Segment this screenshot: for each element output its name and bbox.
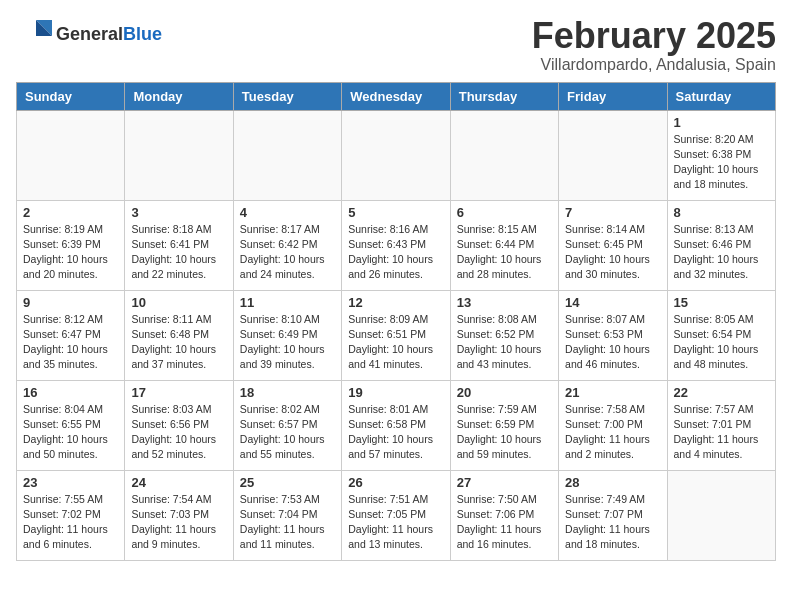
calendar-cell: 19Sunrise: 8:01 AM Sunset: 6:58 PM Dayli… bbox=[342, 380, 450, 470]
calendar-cell: 21Sunrise: 7:58 AM Sunset: 7:00 PM Dayli… bbox=[559, 380, 667, 470]
day-info: Sunrise: 7:55 AM Sunset: 7:02 PM Dayligh… bbox=[23, 492, 118, 553]
day-info: Sunrise: 7:58 AM Sunset: 7:00 PM Dayligh… bbox=[565, 402, 660, 463]
day-number: 15 bbox=[674, 295, 769, 310]
calendar-cell: 24Sunrise: 7:54 AM Sunset: 7:03 PM Dayli… bbox=[125, 470, 233, 560]
day-info: Sunrise: 8:08 AM Sunset: 6:52 PM Dayligh… bbox=[457, 312, 552, 373]
calendar-cell: 9Sunrise: 8:12 AM Sunset: 6:47 PM Daylig… bbox=[17, 290, 125, 380]
calendar-cell bbox=[450, 110, 558, 200]
calendar-cell: 12Sunrise: 8:09 AM Sunset: 6:51 PM Dayli… bbox=[342, 290, 450, 380]
weekday-header-tuesday: Tuesday bbox=[233, 82, 341, 110]
day-number: 19 bbox=[348, 385, 443, 400]
day-number: 25 bbox=[240, 475, 335, 490]
weekday-header-row: SundayMondayTuesdayWednesdayThursdayFrid… bbox=[17, 82, 776, 110]
day-number: 14 bbox=[565, 295, 660, 310]
day-info: Sunrise: 7:53 AM Sunset: 7:04 PM Dayligh… bbox=[240, 492, 335, 553]
day-number: 22 bbox=[674, 385, 769, 400]
day-info: Sunrise: 8:04 AM Sunset: 6:55 PM Dayligh… bbox=[23, 402, 118, 463]
logo: General Blue bbox=[16, 16, 162, 52]
day-info: Sunrise: 8:16 AM Sunset: 6:43 PM Dayligh… bbox=[348, 222, 443, 283]
day-number: 18 bbox=[240, 385, 335, 400]
calendar-week-row: 9Sunrise: 8:12 AM Sunset: 6:47 PM Daylig… bbox=[17, 290, 776, 380]
calendar-week-row: 1Sunrise: 8:20 AM Sunset: 6:38 PM Daylig… bbox=[17, 110, 776, 200]
month-title: February 2025 bbox=[532, 16, 776, 56]
day-info: Sunrise: 7:57 AM Sunset: 7:01 PM Dayligh… bbox=[674, 402, 769, 463]
day-number: 16 bbox=[23, 385, 118, 400]
day-number: 1 bbox=[674, 115, 769, 130]
calendar-cell: 3Sunrise: 8:18 AM Sunset: 6:41 PM Daylig… bbox=[125, 200, 233, 290]
day-info: Sunrise: 8:15 AM Sunset: 6:44 PM Dayligh… bbox=[457, 222, 552, 283]
day-number: 11 bbox=[240, 295, 335, 310]
day-info: Sunrise: 8:03 AM Sunset: 6:56 PM Dayligh… bbox=[131, 402, 226, 463]
weekday-header-friday: Friday bbox=[559, 82, 667, 110]
weekday-header-monday: Monday bbox=[125, 82, 233, 110]
day-info: Sunrise: 8:14 AM Sunset: 6:45 PM Dayligh… bbox=[565, 222, 660, 283]
calendar-cell: 11Sunrise: 8:10 AM Sunset: 6:49 PM Dayli… bbox=[233, 290, 341, 380]
day-number: 13 bbox=[457, 295, 552, 310]
day-number: 27 bbox=[457, 475, 552, 490]
day-info: Sunrise: 8:18 AM Sunset: 6:41 PM Dayligh… bbox=[131, 222, 226, 283]
day-number: 23 bbox=[23, 475, 118, 490]
day-number: 20 bbox=[457, 385, 552, 400]
day-info: Sunrise: 7:59 AM Sunset: 6:59 PM Dayligh… bbox=[457, 402, 552, 463]
day-info: Sunrise: 8:05 AM Sunset: 6:54 PM Dayligh… bbox=[674, 312, 769, 373]
calendar-cell: 8Sunrise: 8:13 AM Sunset: 6:46 PM Daylig… bbox=[667, 200, 775, 290]
calendar-cell: 6Sunrise: 8:15 AM Sunset: 6:44 PM Daylig… bbox=[450, 200, 558, 290]
day-info: Sunrise: 7:51 AM Sunset: 7:05 PM Dayligh… bbox=[348, 492, 443, 553]
weekday-header-thursday: Thursday bbox=[450, 82, 558, 110]
day-number: 4 bbox=[240, 205, 335, 220]
day-info: Sunrise: 8:20 AM Sunset: 6:38 PM Dayligh… bbox=[674, 132, 769, 193]
calendar-cell: 14Sunrise: 8:07 AM Sunset: 6:53 PM Dayli… bbox=[559, 290, 667, 380]
calendar-cell: 25Sunrise: 7:53 AM Sunset: 7:04 PM Dayli… bbox=[233, 470, 341, 560]
calendar-week-row: 2Sunrise: 8:19 AM Sunset: 6:39 PM Daylig… bbox=[17, 200, 776, 290]
day-number: 24 bbox=[131, 475, 226, 490]
day-info: Sunrise: 8:10 AM Sunset: 6:49 PM Dayligh… bbox=[240, 312, 335, 373]
day-info: Sunrise: 8:13 AM Sunset: 6:46 PM Dayligh… bbox=[674, 222, 769, 283]
day-info: Sunrise: 8:12 AM Sunset: 6:47 PM Dayligh… bbox=[23, 312, 118, 373]
day-number: 26 bbox=[348, 475, 443, 490]
day-info: Sunrise: 7:50 AM Sunset: 7:06 PM Dayligh… bbox=[457, 492, 552, 553]
day-number: 9 bbox=[23, 295, 118, 310]
calendar-cell: 18Sunrise: 8:02 AM Sunset: 6:57 PM Dayli… bbox=[233, 380, 341, 470]
weekday-header-sunday: Sunday bbox=[17, 82, 125, 110]
day-number: 12 bbox=[348, 295, 443, 310]
calendar-table: SundayMondayTuesdayWednesdayThursdayFrid… bbox=[16, 82, 776, 561]
day-info: Sunrise: 8:01 AM Sunset: 6:58 PM Dayligh… bbox=[348, 402, 443, 463]
calendar-cell: 17Sunrise: 8:03 AM Sunset: 6:56 PM Dayli… bbox=[125, 380, 233, 470]
calendar-cell: 4Sunrise: 8:17 AM Sunset: 6:42 PM Daylig… bbox=[233, 200, 341, 290]
day-number: 8 bbox=[674, 205, 769, 220]
calendar-cell: 22Sunrise: 7:57 AM Sunset: 7:01 PM Dayli… bbox=[667, 380, 775, 470]
page-header: General Blue February 2025 Villardompard… bbox=[16, 16, 776, 74]
calendar-cell: 23Sunrise: 7:55 AM Sunset: 7:02 PM Dayli… bbox=[17, 470, 125, 560]
calendar-cell: 7Sunrise: 8:14 AM Sunset: 6:45 PM Daylig… bbox=[559, 200, 667, 290]
calendar-cell bbox=[17, 110, 125, 200]
logo-blue-text: Blue bbox=[123, 24, 162, 45]
day-number: 21 bbox=[565, 385, 660, 400]
calendar-cell: 20Sunrise: 7:59 AM Sunset: 6:59 PM Dayli… bbox=[450, 380, 558, 470]
calendar-cell bbox=[233, 110, 341, 200]
calendar-cell: 5Sunrise: 8:16 AM Sunset: 6:43 PM Daylig… bbox=[342, 200, 450, 290]
day-info: Sunrise: 8:11 AM Sunset: 6:48 PM Dayligh… bbox=[131, 312, 226, 373]
calendar-cell: 15Sunrise: 8:05 AM Sunset: 6:54 PM Dayli… bbox=[667, 290, 775, 380]
calendar-cell bbox=[125, 110, 233, 200]
day-info: Sunrise: 8:02 AM Sunset: 6:57 PM Dayligh… bbox=[240, 402, 335, 463]
day-info: Sunrise: 8:09 AM Sunset: 6:51 PM Dayligh… bbox=[348, 312, 443, 373]
day-number: 28 bbox=[565, 475, 660, 490]
calendar-cell: 27Sunrise: 7:50 AM Sunset: 7:06 PM Dayli… bbox=[450, 470, 558, 560]
weekday-header-wednesday: Wednesday bbox=[342, 82, 450, 110]
calendar-cell bbox=[342, 110, 450, 200]
day-info: Sunrise: 7:54 AM Sunset: 7:03 PM Dayligh… bbox=[131, 492, 226, 553]
calendar-cell: 13Sunrise: 8:08 AM Sunset: 6:52 PM Dayli… bbox=[450, 290, 558, 380]
title-area: February 2025 Villardompardo, Andalusia,… bbox=[532, 16, 776, 74]
calendar-cell bbox=[667, 470, 775, 560]
calendar-cell: 2Sunrise: 8:19 AM Sunset: 6:39 PM Daylig… bbox=[17, 200, 125, 290]
day-info: Sunrise: 7:49 AM Sunset: 7:07 PM Dayligh… bbox=[565, 492, 660, 553]
day-number: 5 bbox=[348, 205, 443, 220]
logo-general-text: General bbox=[56, 24, 123, 45]
day-info: Sunrise: 8:07 AM Sunset: 6:53 PM Dayligh… bbox=[565, 312, 660, 373]
weekday-header-saturday: Saturday bbox=[667, 82, 775, 110]
location-title: Villardompardo, Andalusia, Spain bbox=[532, 56, 776, 74]
calendar-cell bbox=[559, 110, 667, 200]
logo-icon bbox=[16, 16, 52, 52]
day-number: 7 bbox=[565, 205, 660, 220]
calendar-cell: 1Sunrise: 8:20 AM Sunset: 6:38 PM Daylig… bbox=[667, 110, 775, 200]
